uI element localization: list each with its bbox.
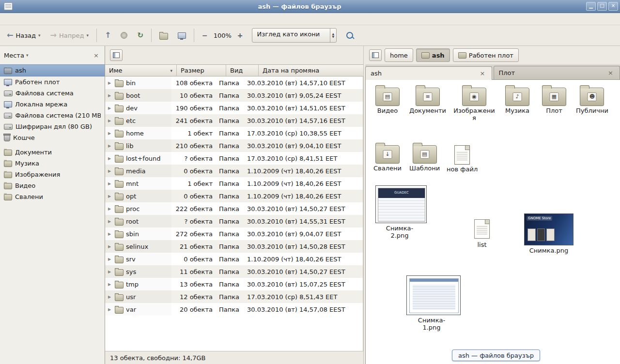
file-snimka-1[interactable]: Снимка-1.png (406, 275, 457, 332)
expander-icon[interactable]: ▶ (108, 219, 112, 224)
expander-icon[interactable]: ▶ (108, 93, 112, 98)
file-row[interactable]: ▶ boot 10 обекта Папка 30.03.2010 (вт) 9… (105, 89, 363, 102)
file-row[interactable]: ▶ etc 241 обекта Папка 30.03.2010 (вт) 1… (105, 114, 363, 127)
expander-icon[interactable]: ▶ (108, 182, 112, 186)
expander-icon[interactable]: ▶ (108, 270, 112, 274)
tab[interactable]: ash × (365, 66, 492, 80)
titlebar[interactable]: ash — файлов браузър ▁ □ × (0, 0, 620, 13)
menu-item[interactable] (2, 17, 11, 20)
file-row[interactable]: ▶ dev 190 обекта Папка 30.03.2010 (вт) 1… (105, 102, 363, 114)
file-row[interactable]: ▶ mnt 1 обект Папка 1.10.2009 (чт) 18,40… (105, 177, 363, 190)
menu-item[interactable] (11, 17, 19, 20)
view-mode-select[interactable]: Изглед като икони ▲▼ (252, 28, 337, 43)
file-row[interactable]: ▶ lost+found ? обекта Папка 17.03.2010 (… (105, 152, 363, 165)
maximize-button[interactable]: □ (597, 2, 607, 11)
expander-icon[interactable]: ▶ (108, 282, 112, 287)
expander-icon[interactable]: ▶ (108, 207, 112, 211)
column-header-date[interactable]: Дата на промяна (259, 65, 363, 76)
menu-item[interactable] (37, 17, 46, 20)
file-row[interactable]: ▶ lib 210 обекта Папка 30.03.2010 (вт) 9… (105, 139, 363, 152)
expander-icon[interactable]: ▶ (108, 295, 112, 299)
expander-icon[interactable]: ▶ (108, 232, 112, 236)
sidebar-item[interactable]: Музика (0, 158, 105, 169)
menu-item[interactable] (19, 17, 28, 20)
folder-item[interactable]: ☻ Публични (576, 84, 608, 115)
file-row[interactable]: ▶ home 1 обект Папка 17.03.2010 (ср) 10,… (105, 127, 363, 139)
expander-icon[interactable]: ▶ (108, 307, 112, 312)
window-list-button[interactable]: ash — файлов браузър (452, 349, 540, 361)
expander-icon[interactable]: ▶ (108, 257, 112, 261)
zoom-in-button[interactable]: + (233, 28, 247, 43)
sidebar-item[interactable]: Работен плот (0, 76, 105, 88)
stop-button[interactable] (117, 28, 131, 43)
sidebar-item[interactable]: Кошче (0, 132, 105, 143)
side-pane-toggle-button[interactable] (110, 49, 123, 61)
back-button[interactable]: ← Назад ▾ (3, 28, 45, 43)
folder-item[interactable]: ▤ Шаблони (409, 141, 440, 172)
file-snimka-2[interactable]: GUADEC Снимка-2.png (375, 185, 424, 240)
reload-button[interactable]: ↻ (133, 28, 147, 43)
file-row[interactable]: ▶ media 0 обекта Папка 1.10.2009 (чт) 18… (105, 165, 363, 177)
file-row[interactable]: ▶ tmp 13 обекта Папка 30.03.2010 (вт) 15… (105, 278, 363, 290)
sidebar-chooser-icon[interactable]: ▾ (26, 53, 29, 58)
file-row[interactable]: ▶ sbin 272 обекта Папка 30.03.2010 (вт) … (105, 228, 363, 240)
expander-icon[interactable]: ▶ (108, 81, 112, 85)
sidebar-item[interactable]: Файлова система (210 MB) (0, 110, 105, 121)
column-header-type[interactable]: Вид (226, 65, 259, 76)
file-row[interactable]: ▶ var 20 обекта Папка 30.03.2010 (вт) 14… (105, 303, 363, 316)
computer-button[interactable] (174, 28, 190, 43)
file-row[interactable]: ▶ srv 0 обекта Папка 1.10.2009 (чт) 18,4… (105, 253, 363, 265)
expander-icon[interactable]: ▶ (108, 244, 112, 249)
home-button[interactable] (155, 28, 172, 43)
file-list-item[interactable]: list (467, 219, 496, 249)
search-button[interactable] (342, 28, 357, 43)
file-row[interactable]: ▶ selinux 21 обекта Папка 30.03.2010 (вт… (105, 240, 363, 253)
file-row[interactable]: ▶ usr 12 обекта Папка 17.03.2010 (ср) 8,… (105, 290, 363, 303)
minimize-button[interactable]: ▁ (586, 2, 596, 11)
file-row[interactable]: ▶ proc 222 обекта Папка 30.03.2010 (вт) … (105, 202, 363, 215)
file-row[interactable]: ▶ root ? обекта Папка 30.03.2010 (вт) 14… (105, 215, 363, 228)
zoom-out-button[interactable]: − (198, 28, 212, 43)
file-snimka[interactable]: GNOME Store Снимка.png (524, 213, 574, 255)
tab[interactable]: Плот × (494, 66, 620, 79)
tab-close-icon[interactable]: × (479, 70, 487, 77)
tab-close-icon[interactable]: × (606, 69, 615, 76)
path-button[interactable]: ash (416, 48, 450, 62)
expander-icon[interactable]: ▶ (108, 131, 112, 136)
menu-item[interactable] (28, 17, 37, 20)
view-mode-spinner-icon[interactable]: ▲▼ (330, 29, 337, 42)
expander-icon[interactable]: ▶ (108, 144, 112, 148)
sidebar-item[interactable]: Шифриран дял (80 GB) (0, 121, 105, 132)
sidebar-item[interactable]: Изображения (0, 169, 105, 180)
sidebar-title[interactable]: Места (4, 52, 24, 59)
folder-item[interactable]: нов файл (447, 141, 478, 173)
file-row[interactable]: ▶ bin 108 обекта Папка 30.03.2010 (вт) 1… (105, 76, 363, 89)
close-button[interactable]: × (608, 2, 618, 11)
folder-item[interactable]: ↓ Свалени (372, 141, 403, 172)
path-bar-toggle-button[interactable] (369, 49, 382, 61)
path-button[interactable]: Работен плот (453, 48, 519, 62)
sidebar-item[interactable]: Свалени (0, 191, 105, 202)
forward-button[interactable]: → Напред ▾ (46, 28, 93, 43)
folder-item[interactable]: ≡ Документи (409, 84, 446, 115)
sidebar-item[interactable]: Видео (0, 180, 105, 191)
sidebar-item[interactable] (0, 143, 105, 147)
up-button[interactable]: ↑ (101, 28, 115, 43)
path-button[interactable]: home (385, 48, 413, 62)
menu-item[interactable] (46, 17, 54, 20)
sidebar-close-icon[interactable]: × (92, 51, 101, 60)
expander-icon[interactable]: ▶ (108, 119, 112, 123)
back-dropdown-icon[interactable]: ▾ (38, 33, 41, 38)
folder-item[interactable]: ▤ Видео (372, 84, 403, 115)
expander-icon[interactable]: ▶ (108, 194, 112, 198)
sidebar-item[interactable]: Документи (0, 147, 105, 158)
expander-icon[interactable]: ▶ (108, 169, 112, 173)
folder-item[interactable]: ♪ Музика (502, 84, 532, 115)
sidebar-item[interactable]: ash (0, 64, 105, 76)
icon-canvas[interactable]: ▤ Видео ≡ Документи ◉ Изо (365, 80, 620, 364)
column-header-name[interactable]: Име ▾ (105, 65, 177, 76)
sidebar-item[interactable]: Локална мрежа (0, 99, 105, 110)
expander-icon[interactable]: ▶ (108, 106, 112, 110)
expander-icon[interactable]: ▶ (108, 156, 112, 161)
folder-item[interactable]: ◉ Изображения (453, 84, 496, 122)
